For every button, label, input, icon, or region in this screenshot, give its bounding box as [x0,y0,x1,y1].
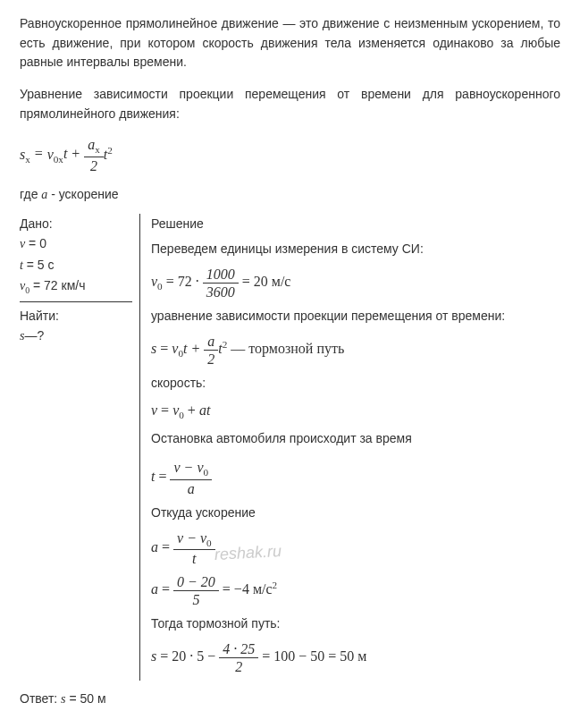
solution-text: скорость: [151,373,560,394]
velocity-formula: v = v0 + at [151,400,560,424]
given-title: Дано: [20,214,132,233]
solution-layout: Дано: v = 0 t = 5 с v0 = 72 км/ч Найти: … [20,214,560,681]
intro-paragraph-1: Равноускоренное прямолинейное движение —… [20,14,560,72]
solution-title: Решение [151,214,560,235]
acceleration-formula: a = v − v0t [151,529,560,568]
main-formula: sx = v0xt + ax2t2 [20,136,560,174]
intro-paragraph-2: Уравнение зависимости проекции перемещен… [20,85,560,123]
conversion-formula: v0 = 72 · 10003600 = 20 м/с [151,266,560,301]
time-formula: t = v − v0a [151,459,560,497]
solution-text: Переведем единицы измерения в систему СИ… [151,239,560,260]
given-line: v = 0 [20,233,132,254]
given-column: Дано: v = 0 t = 5 с v0 = 72 км/ч Найти: … [20,214,140,681]
given-line: v0 = 72 км/ч [20,275,132,297]
displacement-formula: s = v0t + a2t2 — тормозной путь [151,333,560,368]
final-displacement: s = 20 · 5 − 4 · 252 = 100 − 50 = 50 м [151,640,560,675]
solution-column: Решение Переведем единицы измерения в си… [140,214,560,681]
solution-text: Тогда тормозной путь: [151,614,560,635]
solution-text: уравнение зависимости проекции перемещен… [151,306,560,327]
answer-line: Ответ: s = 50 м [20,690,560,709]
acceleration-value: a = 0 − 205 = −4 м/с2 [151,573,560,608]
solution-text: Откуда ускорение [151,503,560,524]
solution-text: Остановка автомобиля происходит за время [151,428,560,450]
given-line: t = 5 с [20,255,132,275]
formula-note: где a - ускорение [20,185,560,205]
find-title: Найти: [20,306,132,326]
find-line: s—? [20,326,132,346]
